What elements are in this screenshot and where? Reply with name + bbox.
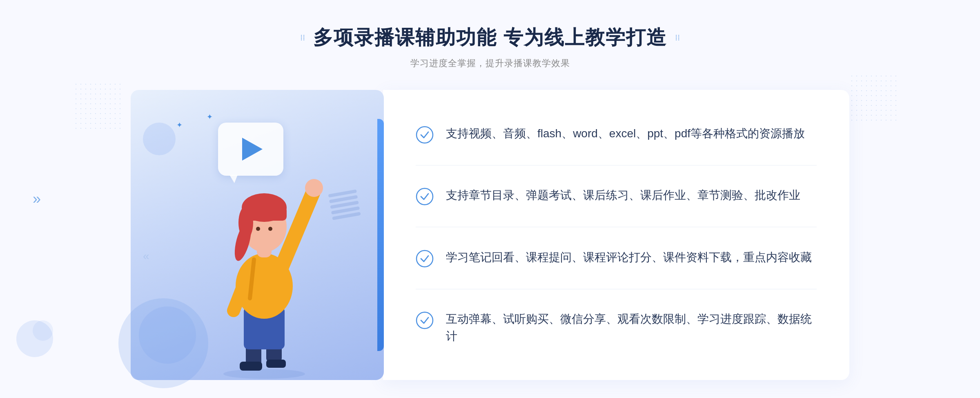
- feature-text-4: 互动弹幕、试听购买、微信分享、观看次数限制、学习进度跟踪、数据统计: [446, 311, 817, 345]
- feature-text-1: 支持视频、音频、flash、word、excel、ppt、pdf等各种格式的资源…: [446, 125, 805, 142]
- header-section: ⁞⁞ 多项录播课辅助功能 专为线上教学打造 ⁞⁞ 学习进度全掌握，提升录播课教学…: [300, 25, 679, 69]
- svg-point-0: [223, 369, 305, 379]
- decorative-circle-medium: [139, 306, 196, 364]
- page-container: » ⁞⁞ 多项录播课辅助功能 专为线上教学打造 ⁞⁞ 学习进度全掌握，提升录播课…: [0, 0, 980, 398]
- svg-point-19: [416, 127, 433, 143]
- decorative-circle-small: [143, 123, 176, 155]
- bg-circle-bottom-left2: [33, 320, 53, 341]
- svg-point-22: [416, 312, 433, 329]
- page-subtitle: 学习进度全掌握，提升录播课教学效果: [300, 57, 679, 69]
- svg-point-8: [305, 179, 323, 197]
- svg-rect-3: [240, 362, 262, 371]
- check-icon-2: [416, 188, 434, 206]
- feature-item-1: 支持视频、音频、flash、word、excel、ppt、pdf等各种格式的资源…: [416, 117, 817, 152]
- right-features-panel: 支持视频、音频、flash、word、excel、ppt、pdf等各种格式的资源…: [383, 90, 849, 380]
- divider-1: [416, 165, 817, 165]
- check-icon-4: [416, 311, 434, 329]
- chevron-left-mid-icon: «: [143, 250, 149, 299]
- main-content: ✦ ✦ «: [131, 90, 849, 380]
- sparkle-icon-2: ✦: [176, 121, 183, 130]
- feature-item-2: 支持章节目录、弹题考试、课后练习、课后作业、章节测验、批改作业: [416, 179, 817, 214]
- feature-text-3: 学习笔记回看、课程提问、课程评论打分、课件资料下载，重点内容收藏: [446, 249, 812, 266]
- illustration-figure: [195, 151, 334, 380]
- sparkle-icon-1: ✦: [207, 112, 213, 121]
- svg-point-17: [268, 227, 272, 231]
- feature-item-4: 互动弹幕、试听购买、微信分享、观看次数限制、学习进度跟踪、数据统计: [416, 302, 817, 353]
- bg-dots-left: [74, 82, 122, 131]
- header-dots-right-icon: ⁞⁞: [675, 33, 680, 42]
- svg-point-21: [416, 250, 433, 267]
- divider-2: [416, 227, 817, 227]
- blue-vertical-bar: [377, 119, 384, 351]
- left-illustration-panel: ✦ ✦ «: [131, 90, 384, 380]
- bg-dots-right: [849, 74, 898, 123]
- svg-rect-4: [266, 360, 286, 368]
- svg-point-20: [416, 188, 433, 205]
- header-dots-left-icon: ⁞⁞: [300, 33, 305, 42]
- svg-rect-14: [242, 206, 287, 221]
- title-row: ⁞⁞ 多项录播课辅助功能 专为线上教学打造 ⁞⁞: [300, 25, 679, 51]
- divider-3: [416, 289, 817, 289]
- page-title: 多项录播课辅助功能 专为线上教学打造: [313, 25, 666, 51]
- check-icon-1: [416, 126, 434, 144]
- feature-text-2: 支持章节目录、弹题考试、课后练习、课后作业、章节测验、批改作业: [446, 187, 800, 204]
- chevron-left-icon: »: [33, 190, 41, 208]
- feature-item-3: 学习笔记回看、课程提问、课程评论打分、课件资料下载，重点内容收藏: [416, 241, 817, 276]
- check-icon-3: [416, 250, 434, 268]
- svg-point-16: [256, 227, 260, 231]
